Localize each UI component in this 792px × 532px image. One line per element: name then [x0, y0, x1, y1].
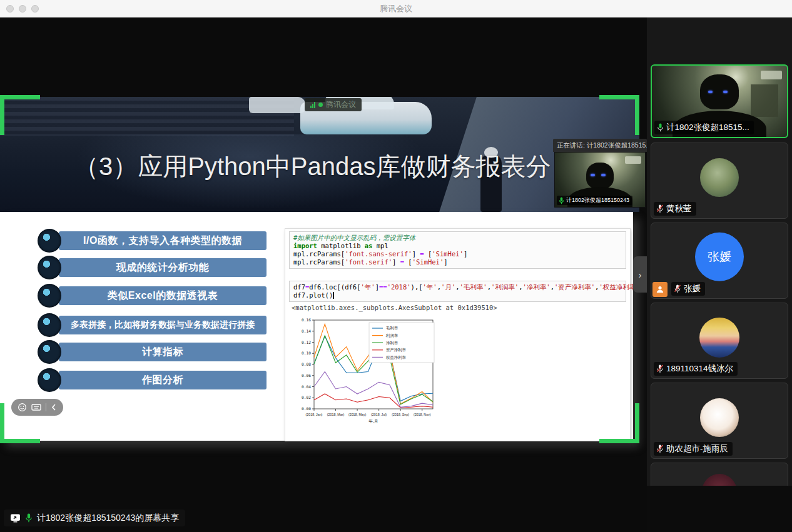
bullet-row: 计算指标 [0, 343, 275, 366]
participant-name: 黄秋莹 [654, 202, 696, 216]
svg-text:0.00: 0.00 [302, 406, 311, 411]
meeting-watermark: 腾讯会议 [305, 98, 362, 111]
globe-icon [38, 368, 61, 392]
mic-muted-icon [656, 364, 664, 373]
sidebar-collapse-handle[interactable]: › [633, 256, 647, 293]
emoji-button[interactable] [18, 403, 27, 412]
bullet-row: 现成的统计分析功能 [0, 258, 275, 282]
screen-share-icon [10, 513, 21, 523]
participant-tile[interactable]: 助农超市-施雨辰 [651, 383, 788, 459]
participant-name: 助农超市-施雨辰 [654, 442, 733, 456]
chevron-right-icon: › [639, 269, 642, 280]
bullet-label: 作图分析 [59, 371, 267, 389]
bullet-label: 类似Excel的数据透视表 [59, 286, 267, 305]
person-silhouette [700, 74, 739, 109]
svg-text:0.06: 0.06 [302, 373, 311, 378]
output-chart: 0.000.020.040.060.080.100.120.140.16(201… [290, 315, 447, 438]
svg-text:0.02: 0.02 [302, 395, 311, 399]
participant-tile[interactable]: 计1802张俊超18515... [651, 64, 788, 138]
speaking-indicator: 正在讲话: 计1802张俊超18515... [553, 139, 647, 152]
code-cell-font-setup: #如果图片中的中文显示乱码，需设置字体import matplotlib as … [289, 231, 626, 269]
ac-unit-shape [761, 71, 782, 79]
bullet-row: 类似Excel的数据透视表 [0, 286, 275, 310]
participant-name: 计1802张俊超18515... [654, 121, 754, 134]
mic-muted-icon [656, 204, 664, 213]
jupyter-screenshot: #如果图片中的中文显示乱码，需设置字体import matplotlib as … [285, 228, 631, 441]
participant-tile[interactable]: 黄秋莹 [651, 143, 788, 219]
quick-reaction-bar [11, 399, 63, 416]
svg-text:利润率: 利润率 [385, 333, 399, 338]
bullet-label: I/O函数，支持导入各种类型的数据 [59, 231, 267, 250]
svg-text:0.10: 0.10 [302, 351, 311, 355]
mic-muted-icon [656, 444, 664, 453]
share-border-corner [599, 439, 639, 443]
svg-text:(2018, Mar): (2018, Mar) [327, 413, 345, 416]
cell-output-repr: <matplotlib.axes._subplots.AxesSubplot a… [292, 304, 497, 311]
share-border-corner [599, 95, 639, 99]
self-video-thumbnail[interactable]: 计1802张俊超185150243 [554, 152, 646, 208]
svg-text:(2018, Jul): (2018, Jul) [371, 413, 387, 416]
ac-unit-shape [625, 156, 641, 164]
collapse-reactions-button[interactable] [51, 403, 57, 411]
svg-text:净利率: 净利率 [386, 341, 399, 345]
smiley-icon [18, 403, 27, 412]
svg-text:毛利率: 毛利率 [386, 326, 399, 330]
participant-name: 189110314钱冰尔 [654, 362, 738, 376]
self-video-name: 计1802张俊超185150243 [557, 196, 632, 205]
bullet-label: 多表拼接，比如将财务数据与业务数据进行拼接 [59, 316, 267, 334]
globe-icon [38, 284, 61, 308]
person-icon [656, 285, 664, 294]
svg-text:0.08: 0.08 [302, 362, 311, 366]
share-border-corner [0, 439, 40, 443]
member-badge [652, 282, 668, 297]
svg-text:(2018, Nov): (2018, Nov) [414, 413, 431, 416]
mic-on-icon [559, 197, 564, 204]
svg-text:资产净利率: 资产净利率 [386, 348, 407, 352]
avatar [700, 158, 739, 197]
banner-photo: 腾讯会议 （3）应用Python中Pandas库做财务报表分 [0, 97, 639, 212]
svg-text:权益净利率: 权益净利率 [385, 355, 407, 360]
svg-text:(2018, May): (2018, May) [348, 413, 366, 416]
keyboard-icon [31, 403, 41, 412]
bullet-row: 作图分析 [0, 371, 275, 394]
svg-text:0.04: 0.04 [302, 384, 311, 389]
window-titlebar: 腾讯会议 [0, 0, 792, 18]
slide-title: （3）应用Python中Pandas库做财务报表分 [74, 149, 551, 184]
chevron-left-icon [51, 403, 57, 411]
globe-icon [38, 340, 61, 364]
share-border-corner [0, 95, 40, 99]
signal-bars-icon [310, 102, 315, 108]
bullet-row: I/O函数，支持导入各种类型的数据 [0, 231, 275, 255]
avatar: 张媛 [695, 233, 744, 281]
svg-text:(2018, Sep): (2018, Sep) [392, 413, 409, 416]
svg-text:0.12: 0.12 [302, 340, 311, 344]
svg-text:0.16: 0.16 [302, 318, 311, 322]
participant-tile[interactable]: 张媛 张媛 [651, 223, 788, 299]
screen-share-statusbar: 计1802张俊超185150243的屏幕共享 [4, 509, 185, 526]
svg-text:年,月: 年,月 [368, 419, 378, 424]
bullet-label: 计算指标 [59, 343, 267, 361]
svg-text:0.14: 0.14 [302, 329, 311, 333]
chat-button[interactable] [31, 403, 41, 412]
globe-icon [38, 313, 61, 337]
code-cell-plot: df7=df6.loc[(df6['年']=='2018'),['年','月',… [289, 281, 626, 302]
bullet-row: 多表拼接，比如将财务数据与业务数据进行拼接 [0, 316, 275, 339]
share-status-text: 计1802张俊超185150243的屏幕共享 [37, 513, 179, 524]
participant-name: 张媛 [671, 282, 705, 296]
participant-tile[interactable]: 189110314钱冰尔 [651, 303, 788, 379]
window-shape [751, 84, 778, 117]
mic-on-icon [657, 123, 664, 132]
small-boat-shape [249, 97, 305, 113]
avatar [700, 398, 739, 437]
globe-icon [38, 229, 61, 253]
window-title: 腾讯会议 [0, 3, 792, 14]
shared-screen-area: 腾讯会议 （3）应用Python中Pandas库做财务报表分 I/O函数，支持导… [0, 18, 647, 532]
mic-on-icon [25, 513, 33, 523]
svg-text:(2018, Jan): (2018, Jan) [306, 413, 323, 416]
avatar [699, 318, 739, 358]
bullet-label: 现成的统计分析功能 [59, 258, 267, 277]
globe-icon [38, 256, 61, 279]
recording-dot-icon [318, 103, 323, 107]
mic-muted-icon [674, 284, 681, 293]
participants-sidebar: 计1802张俊超18515... 黄秋莹 张媛 [647, 18, 792, 532]
